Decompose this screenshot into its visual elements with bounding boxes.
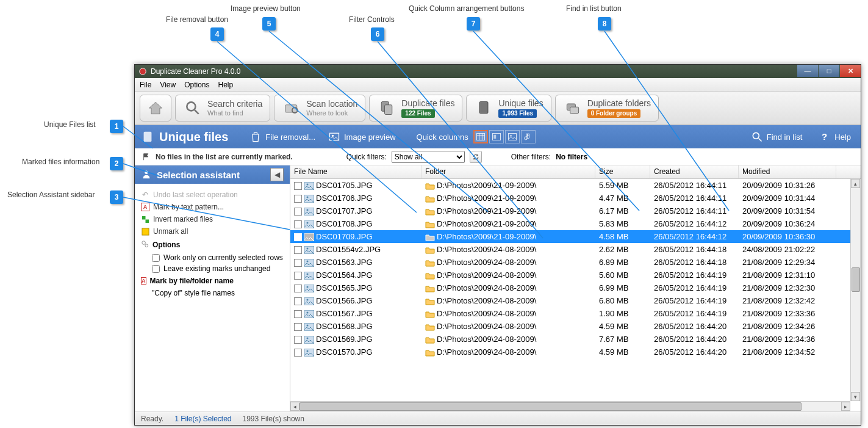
minimize-button[interactable]: — — [797, 65, 818, 77]
titlebar[interactable]: Duplicate Cleaner Pro 4.0.0 — □ ✕ — [135, 65, 861, 78]
row-checkbox[interactable] — [294, 310, 302, 318]
row-checkbox[interactable] — [294, 323, 302, 331]
horizontal-scrollbar[interactable]: ◂ ▸ — [290, 401, 850, 412]
menu-options[interactable]: Options — [184, 81, 209, 89]
quick-columns-calendar[interactable] — [473, 130, 488, 143]
image-file-icon — [304, 297, 314, 305]
tab-scan-location[interactable]: Scan location Where to look — [274, 95, 365, 122]
row-checkbox[interactable] — [294, 285, 302, 292]
col-modified[interactable]: Modified — [739, 165, 836, 178]
svg-rect-17 — [570, 107, 578, 114]
col-filename[interactable]: File Name — [290, 165, 421, 178]
vertical-scroll-thumb[interactable] — [852, 267, 860, 292]
search-icon — [750, 130, 764, 143]
find-in-list-button[interactable]: Find in list — [747, 128, 806, 146]
sidebar-copy-of[interactable]: "Copy of" style file names — [141, 288, 284, 299]
row-checkbox[interactable] — [294, 182, 302, 190]
svg-rect-34 — [145, 219, 149, 223]
row-checkbox[interactable] — [294, 220, 302, 228]
filter-bar: No files in the list are currently marke… — [135, 148, 861, 165]
sidebar-invert[interactable]: Invert marked files — [141, 213, 284, 225]
table-row[interactable]: DSC01563.JPGD:\Photos\2009\24-08-2009\6.… — [290, 256, 861, 269]
tab-unique-files[interactable]: Unique files 1,993 Files — [466, 95, 551, 122]
tab-home[interactable] — [140, 95, 171, 122]
tab-duplicate-files[interactable]: Duplicate files 122 Files — [369, 95, 462, 122]
svg-point-32 — [145, 170, 148, 173]
home-icon — [146, 98, 165, 118]
col-folder[interactable]: Folder — [421, 165, 595, 178]
vertical-scrollbar[interactable]: ▴ ▾ — [850, 179, 861, 401]
opt-leave-marks[interactable]: Leave existing marks unchanged — [141, 263, 284, 274]
scroll-down-button[interactable]: ▾ — [851, 392, 860, 401]
col-size[interactable]: Size — [595, 165, 650, 178]
scroll-left-button[interactable]: ◂ — [290, 402, 299, 411]
help-button[interactable]: ? Help — [814, 128, 855, 146]
image-file-icon — [304, 323, 314, 331]
opt-selected-rows[interactable]: Work only on currently selected rows — [141, 252, 284, 263]
checkbox[interactable] — [152, 254, 160, 262]
table-row[interactable]: DSC01709.JPGD:\Photos\2009\21-09-2009\4.… — [290, 230, 861, 243]
file-removal-button[interactable]: File removal... — [245, 128, 319, 146]
row-checkbox[interactable] — [294, 195, 302, 203]
svg-rect-35 — [142, 228, 148, 234]
menu-file[interactable]: File — [140, 81, 151, 89]
quick-columns-music[interactable] — [521, 130, 536, 143]
row-checkbox[interactable] — [294, 233, 302, 241]
menu-view[interactable]: View — [160, 81, 176, 89]
table-row[interactable]: DSC01567.JPGD:\Photos\2009\24-08-2009\1.… — [290, 307, 861, 320]
tab-search-criteria[interactable]: Search criteria What to find — [175, 95, 270, 122]
sidebar-unmark[interactable]: Unmark all — [141, 225, 284, 238]
callout-label-3: Selection Assistant sidebar — [7, 190, 95, 199]
table-row[interactable]: DSC01568.JPGD:\Photos\2009\24-08-2009\4.… — [290, 320, 861, 333]
row-checkbox[interactable] — [294, 246, 302, 254]
badge-unique-count: 1,993 Files — [498, 109, 537, 118]
sidebar-header: Selection assistant ◀ — [135, 165, 290, 184]
duplicate-folders-icon — [563, 98, 583, 118]
table-row[interactable]: DSC01570.JPGD:\Photos\2009\24-08-2009\4.… — [290, 346, 861, 358]
image-preview-button[interactable]: Image preview — [324, 128, 400, 146]
svg-point-43 — [307, 209, 309, 211]
quick-columns-image[interactable] — [505, 130, 520, 143]
row-checkbox[interactable] — [294, 208, 302, 216]
sidebar-undo[interactable]: ↶ Undo last select operation — [141, 189, 284, 201]
row-checkbox[interactable] — [294, 259, 302, 267]
filter-refresh-button[interactable] — [470, 151, 482, 163]
svg-point-48 — [307, 248, 309, 250]
table-row[interactable]: DSC01708.JPGD:\Photos\2009\21-09-2009\5.… — [290, 217, 861, 230]
svg-rect-14 — [385, 105, 392, 115]
table-row[interactable]: DSC01706.JPGD:\Photos\2009\21-09-2009\4.… — [290, 192, 861, 205]
table-row[interactable]: DSC01565.JPGD:\Photos\2009\24-08-2009\6.… — [290, 281, 861, 294]
quick-columns-group — [473, 130, 536, 143]
horizontal-scroll-thumb[interactable] — [299, 402, 802, 411]
svg-point-37 — [145, 244, 148, 247]
svg-point-41 — [307, 197, 309, 198]
maximize-button[interactable]: □ — [819, 65, 839, 77]
sidebar-mark-text[interactable]: A Mark by text pattern... — [141, 201, 284, 213]
sidebar-collapse-button[interactable]: ◀ — [270, 168, 284, 181]
scroll-up-button[interactable]: ▴ — [851, 179, 860, 188]
file-list-body[interactable]: DSC01705.JPGD:\Photos\2009\21-09-2009\5.… — [290, 179, 861, 412]
table-row[interactable]: DSC01569.JPGD:\Photos\2009\24-08-2009\7.… — [290, 333, 861, 346]
row-checkbox[interactable] — [294, 297, 302, 305]
quick-filters-select[interactable]: Show all — [392, 151, 465, 163]
close-button[interactable]: ✕ — [840, 65, 861, 77]
table-row[interactable]: DSC01705.JPGD:\Photos\2009\21-09-2009\5.… — [290, 179, 861, 192]
col-created[interactable]: Created — [650, 165, 739, 178]
scroll-right-button[interactable]: ▸ — [841, 402, 850, 411]
row-checkbox[interactable] — [294, 336, 302, 344]
window-title: Duplicate Cleaner Pro 4.0.0 — [151, 67, 240, 76]
row-checkbox[interactable] — [294, 272, 302, 280]
table-row[interactable]: DSC01564.JPGD:\Photos\2009\24-08-2009\5.… — [290, 269, 861, 281]
tab-duplicate-folders[interactable]: Duplicate folders 0 Folder groups — [555, 95, 659, 122]
table-row[interactable]: DSC01554v2.JPGD:\Photos\2009\24-08-2009\… — [290, 243, 861, 256]
table-row[interactable]: DSC01707.JPGD:\Photos\2009\21-09-2009\6.… — [290, 205, 861, 217]
image-file-icon — [304, 349, 314, 357]
tab-label: Duplicate folders — [587, 98, 651, 109]
menu-help[interactable]: Help — [218, 81, 234, 89]
marked-files-info: No files in the list are currently marke… — [156, 153, 293, 161]
checkbox[interactable] — [152, 265, 160, 273]
quick-columns-detail[interactable] — [489, 130, 504, 143]
row-checkbox[interactable] — [294, 349, 302, 357]
table-row[interactable]: DSC01566.JPGD:\Photos\2009\24-08-2009\6.… — [290, 294, 861, 307]
question-icon: ? — [818, 130, 831, 143]
